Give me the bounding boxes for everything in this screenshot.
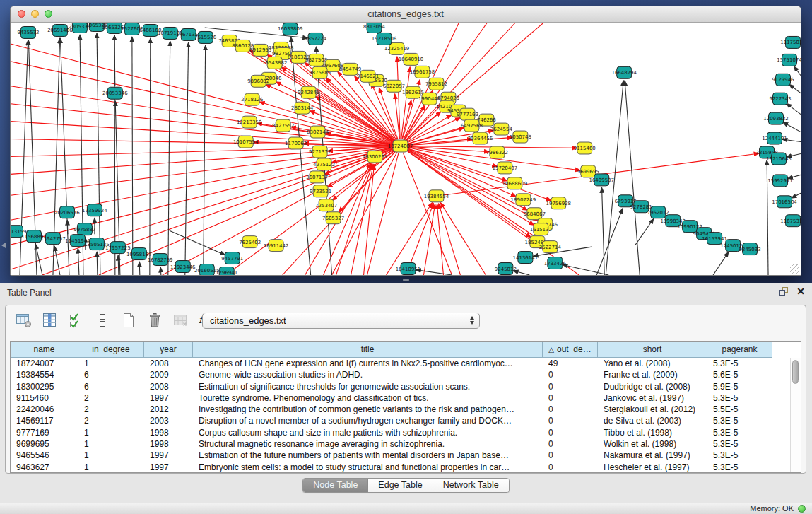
network-node[interactable]: 2718126 <box>241 93 263 105</box>
network-edge[interactable] <box>291 37 311 275</box>
vertical-scrollbar[interactable] <box>790 358 801 472</box>
network-node[interactable]: 7857224 <box>305 33 327 45</box>
network-node[interactable]: 9129946 <box>772 74 794 86</box>
network-node[interactable]: 7253407 <box>315 199 337 211</box>
network-node[interactable]: 9115460 <box>574 142 596 154</box>
network-edge[interactable] <box>407 146 489 152</box>
network-node[interactable]: 9245012 <box>495 263 517 275</box>
network-edge[interactable] <box>403 153 452 275</box>
network-edge[interactable] <box>407 137 512 145</box>
tab-node-table[interactable]: Node Table <box>303 479 368 492</box>
network-node[interactable]: 16648794 <box>611 66 637 78</box>
network-edge[interactable] <box>794 66 801 76</box>
network-edge[interactable] <box>11 122 394 146</box>
network-edge[interactable] <box>602 187 605 275</box>
close-panel-icon[interactable]: ✕ <box>796 286 805 296</box>
show-hide-columns-icon[interactable] <box>41 311 59 329</box>
network-node[interactable]: 14136141 <box>513 252 539 264</box>
network-edge[interactable] <box>11 146 394 157</box>
table-row[interactable]: 2242004622012Investigating the contribut… <box>11 404 801 415</box>
network-node[interactable]: 8427552 <box>272 119 294 132</box>
network-node[interactable]: 9457791 <box>221 252 243 264</box>
network-edge[interactable] <box>67 220 68 234</box>
network-node[interactable]: 9271377 <box>309 146 331 158</box>
network-canvas[interactable]: 1872400712325419186409101696175879558121… <box>11 23 801 275</box>
network-node[interactable]: 12093822 <box>763 112 789 124</box>
table-row[interactable]: 1938455462009Genome-wide association stu… <box>11 369 801 380</box>
network-edge[interactable] <box>406 112 441 141</box>
network-node[interactable]: 9975887 <box>73 223 95 235</box>
network-edge[interactable] <box>11 147 394 196</box>
table-row[interactable]: 911546021997Tourette syndrome. Phenomeno… <box>11 392 801 404</box>
table-row[interactable]: 977716911998Corpus callosum shape and si… <box>11 427 801 438</box>
network-edge[interactable] <box>787 103 801 114</box>
column-header-short[interactable]: short <box>598 342 707 358</box>
network-edge[interactable] <box>114 35 115 86</box>
network-edge[interactable] <box>635 218 654 245</box>
scrollbar-thumb[interactable] <box>792 360 799 384</box>
column-header-name[interactable]: name <box>11 342 78 358</box>
minimize-window-button[interactable] <box>31 10 39 18</box>
network-edge[interactable] <box>150 38 151 275</box>
network-edge[interactable] <box>789 84 801 93</box>
network-edge[interactable] <box>315 96 394 142</box>
network-node[interactable]: 11675311 <box>780 215 801 227</box>
network-node[interactable]: 12444191 <box>762 132 787 144</box>
network-edge[interactable] <box>78 248 79 275</box>
network-edge[interactable] <box>625 81 640 275</box>
network-edge[interactable] <box>713 252 729 275</box>
close-window-button[interactable] <box>18 10 25 18</box>
network-node[interactable]: 4275122 <box>313 158 335 170</box>
network-node[interactable]: 7625402 <box>239 236 261 248</box>
network-edge[interactable] <box>783 122 801 132</box>
network-edge[interactable] <box>11 139 394 146</box>
network-edge[interactable] <box>596 209 623 275</box>
column-header-title[interactable]: title <box>193 342 543 358</box>
table-row[interactable]: 946362711997Embryonic stem cells: a mode… <box>11 462 801 473</box>
table-row[interactable]: 969969511998Structural magnetic resonanc… <box>11 438 801 450</box>
column-header-pagerank[interactable]: pagerank <box>707 342 772 358</box>
network-node[interactable]: 15751074 <box>777 54 801 66</box>
table-row[interactable]: 946554611997Estimation of the future num… <box>11 450 801 461</box>
network-node[interactable]: 16033809 <box>278 23 303 35</box>
column-header-out_de[interactable]: △out_de… <box>543 342 598 358</box>
network-node[interactable]: 17016504 <box>772 196 797 208</box>
network-node[interactable]: 12213359 <box>237 116 262 128</box>
network-edge[interactable] <box>11 44 394 144</box>
network-node[interactable]: 9435572 <box>17 26 39 38</box>
network-edge[interactable] <box>97 252 98 275</box>
network-node[interactable]: 19384554 <box>424 190 449 202</box>
network-node[interactable]: 15992971 <box>767 175 793 187</box>
west-collapse-arrow[interactable] <box>1 243 6 248</box>
network-edge[interactable] <box>767 160 768 275</box>
network-edge[interactable] <box>118 255 119 275</box>
network-edge[interactable] <box>11 104 394 146</box>
tab-edge-table[interactable]: Edge Table <box>368 479 433 492</box>
network-node[interactable]: 2803144 <box>291 102 314 114</box>
network-edge[interactable] <box>132 37 133 275</box>
network-window-titlebar[interactable]: citations_edges.txt <box>11 6 801 23</box>
float-panel-icon[interactable] <box>779 286 789 296</box>
network-node[interactable]: 1050748 <box>510 131 531 143</box>
network-node[interactable]: 18410951 <box>396 263 421 275</box>
column-header-in_degree[interactable]: in_degree <box>78 342 144 358</box>
table-row[interactable]: 1872400712008Changes of HCN gene express… <box>11 358 801 369</box>
network-node[interactable]: 20206576 <box>54 206 80 218</box>
network-edge[interactable] <box>139 262 140 275</box>
network-edge[interactable] <box>163 149 394 275</box>
zoom-window-button[interactable] <box>45 10 52 18</box>
network-edge[interactable] <box>11 62 394 145</box>
network-node[interactable]: 16961758 <box>410 66 435 78</box>
network-edge[interactable] <box>416 270 452 275</box>
network-node[interactable]: 7955812 <box>425 78 447 90</box>
network-node[interactable]: 11175011 <box>780 36 801 48</box>
window-resize-grip[interactable] <box>790 264 799 274</box>
row-height-icon[interactable] <box>93 311 112 329</box>
network-node[interactable]: 1733426 <box>544 257 566 269</box>
network-node[interactable]: 9227343 <box>769 93 791 105</box>
splitter-handle[interactable] <box>403 279 409 281</box>
network-edge[interactable] <box>439 204 461 275</box>
network-node[interactable]: 10688609 <box>502 177 528 189</box>
network-node[interactable]: 15720407 <box>493 162 518 174</box>
table-selector-dropdown[interactable]: citations_edges.txt <box>202 313 480 329</box>
